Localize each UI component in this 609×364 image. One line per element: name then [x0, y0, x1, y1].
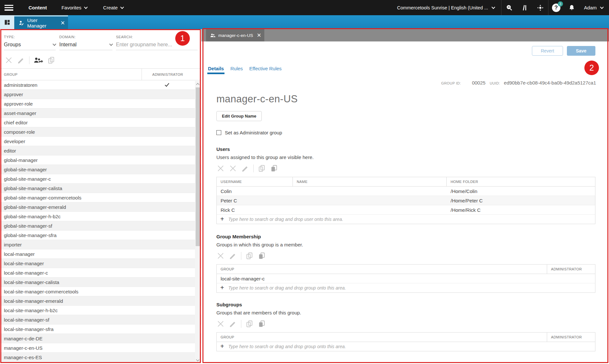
table-row[interactable]: importer [0, 240, 201, 249]
bell-icon[interactable] [564, 0, 580, 15]
copy-icon[interactable] [245, 252, 254, 260]
column-header-administrator[interactable]: ADMINISTRATOR [547, 333, 595, 342]
group-meta: GROUP ID: 00025 UUID: ed90bb7e-cb08-49c4… [441, 80, 596, 85]
table-row[interactable]: approver-role [0, 99, 201, 108]
group-toolbar [5, 56, 201, 64]
app-launcher-tab[interactable] [0, 15, 14, 29]
hamburger-icon[interactable] [5, 5, 13, 11]
copy-icon[interactable] [245, 320, 254, 328]
table-row[interactable]: administratoren [0, 80, 201, 90]
table-row[interactable]: developer [0, 137, 201, 146]
tab-effective-rules[interactable]: Effective Rules [249, 66, 282, 74]
edit-icon[interactable] [241, 164, 249, 173]
add-user-row[interactable]: + Type here to search or drag and drop u… [217, 215, 595, 224]
column-header-home-folder[interactable]: HOME FOLDER [447, 177, 595, 186]
revert-button[interactable]: Revert [532, 46, 563, 56]
save-button[interactable]: Save [567, 46, 595, 56]
table-row[interactable]: manager-c-es-ES [0, 353, 201, 362]
column-header-administrator[interactable]: ADMINISTRATOR [547, 265, 595, 274]
table-row[interactable]: global-site-manager [0, 165, 201, 174]
column-header-group[interactable]: GROUP [217, 333, 547, 342]
table-row[interactable]: composer-role [0, 127, 201, 137]
paste-icon[interactable] [270, 164, 278, 173]
table-row[interactable]: local-site-manager-h-b2c [0, 306, 201, 315]
add-subgroup-row[interactable]: + Type here to search or drag and drop g… [217, 342, 595, 351]
table-row[interactable]: editor [0, 146, 201, 155]
copy-icon[interactable] [258, 164, 266, 173]
context-selector[interactable]: Commercetools Sunrise | English (United … [397, 5, 495, 10]
close-icon[interactable]: × [61, 19, 65, 27]
search-input[interactable] [116, 42, 198, 50]
paste-icon[interactable] [258, 252, 266, 260]
close-icon[interactable]: × [257, 32, 261, 39]
table-row[interactable]: manager-c-en-US [0, 343, 201, 353]
paste-icon[interactable] [258, 320, 266, 328]
tab-details[interactable]: Details [207, 66, 224, 74]
scroll-up-icon[interactable] [195, 81, 201, 86]
find-icon[interactable] [501, 0, 517, 15]
table-row[interactable]: global-site-manager-c [0, 174, 201, 184]
table-row[interactable]: approver [0, 90, 201, 99]
table-row[interactable]: global-site-manager-sfra [0, 231, 201, 240]
subgroups-toolbar [216, 320, 595, 328]
table-row[interactable]: local-site-manager-sf [0, 315, 201, 324]
table-row[interactable]: local-manager [0, 249, 201, 259]
column-header-group[interactable]: GROUP [0, 69, 142, 80]
domain-select[interactable]: DOMAIN: Internal [59, 35, 112, 50]
pulse-icon[interactable] [517, 0, 533, 15]
scroll-down-icon[interactable] [195, 358, 201, 363]
add-group-icon[interactable] [33, 56, 43, 64]
table-row[interactable]: local-site-manager-calista [0, 278, 201, 287]
tab-user-manager[interactable]: User Manager × [14, 15, 68, 29]
table-row[interactable]: local-site-manager-sfra [0, 324, 201, 334]
create-menu[interactable]: Create [103, 5, 123, 10]
column-header-name[interactable]: NAME [293, 177, 447, 186]
admin-group-checkbox[interactable]: Set as Administrator group [216, 130, 595, 135]
locate-icon[interactable] [533, 0, 548, 15]
table-row[interactable]: global-site-manager-sf [0, 221, 201, 231]
delete-icon[interactable] [216, 164, 225, 173]
table-row[interactable]: global-site-manager-commercetools [0, 193, 201, 202]
table-row[interactable]: Peter C /Home/Peter C [217, 196, 595, 205]
app-section-content[interactable]: Content [29, 5, 47, 10]
edit-icon[interactable] [229, 252, 237, 260]
table-row[interactable]: global-site-manager-calista [0, 184, 201, 193]
scrollbar[interactable] [195, 81, 201, 363]
table-row[interactable]: global-manager [0, 155, 201, 165]
type-select[interactable]: TYPE: Groups [4, 35, 56, 50]
table-row[interactable]: local-site-manager-commercetools [0, 287, 201, 296]
users-table: USERNAME NAME HOME FOLDER Colin /Home/Co… [216, 177, 595, 224]
table-row[interactable]: manager-c-de-DE [0, 334, 201, 343]
table-row[interactable]: asset-manager [0, 108, 201, 118]
edit-icon[interactable] [17, 56, 25, 64]
tab-manager-c-en-US[interactable]: manager-c-en-US × [206, 29, 264, 41]
tab-rules[interactable]: Rules [230, 66, 243, 74]
delete-icon[interactable] [216, 252, 225, 260]
edit-group-name-button[interactable]: Edit Group Name [216, 111, 262, 121]
table-row[interactable]: chief editor [0, 118, 201, 127]
copy-icon[interactable] [47, 56, 55, 64]
column-header-group[interactable]: GROUP [217, 265, 547, 274]
delete-icon[interactable] [216, 320, 225, 328]
delete-icon[interactable] [229, 164, 237, 173]
table-row[interactable]: local-site-manager-c [217, 274, 595, 283]
table-row[interactable]: global-site-manager-emerald [0, 202, 201, 212]
column-header-administrator[interactable]: ADMINISTRATOR [142, 69, 183, 80]
scrollbar-thumb[interactable] [196, 87, 200, 246]
user-menu[interactable]: Adam [584, 5, 603, 10]
table-row[interactable]: global-site-manager-h-b2c [0, 212, 201, 221]
delete-icon[interactable] [5, 56, 13, 64]
column-header-username[interactable]: USERNAME [217, 177, 293, 186]
table-row[interactable]: local-site-manager-emerald [0, 296, 201, 306]
favorites-menu[interactable]: Favorites [62, 5, 87, 10]
add-group-row[interactable]: + Type here to search or drag and drop g… [217, 283, 595, 292]
help-icon[interactable]: ? 3 [548, 0, 564, 15]
edit-icon[interactable] [229, 320, 237, 328]
table-row[interactable]: Colin /Home/Colin [217, 187, 595, 196]
table-row[interactable]: local-site-manager-c [0, 268, 201, 278]
add-subgroup-placeholder: Type here to search or drag and drop gro… [228, 344, 346, 349]
checkbox-icon[interactable] [216, 130, 221, 135]
group-name: local-site-manager-h-b2c [0, 308, 139, 313]
table-row[interactable]: local-site-manager [0, 259, 201, 268]
table-row[interactable]: Rick C /Home/Rick C [217, 205, 595, 215]
